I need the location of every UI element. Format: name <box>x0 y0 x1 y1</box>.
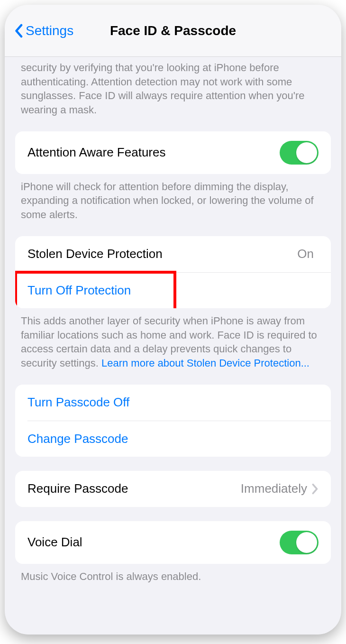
change-passcode-button[interactable]: Change Passcode <box>27 421 331 457</box>
voice-dial-label: Voice Dial <box>27 535 280 550</box>
require-passcode-section: Require Passcode Immediately <box>15 471 331 507</box>
voice-dial-footer: Music Voice Control is always enabled. <box>5 564 341 584</box>
page-title: Face ID & Passcode <box>110 23 236 38</box>
require-passcode-label: Require Passcode <box>27 481 241 496</box>
attention-aware-section: Attention Aware Features <box>15 131 331 174</box>
attention-aware-toggle[interactable] <box>280 141 319 165</box>
chevron-left-icon <box>14 24 23 38</box>
turn-passcode-off-button[interactable]: Turn Passcode Off <box>15 385 331 421</box>
stolen-device-label: Stolen Device Protection <box>27 247 297 261</box>
phone-frame: Settings Face ID & Passcode security by … <box>5 5 341 635</box>
voice-dial-row: Voice Dial <box>15 521 331 564</box>
turn-passcode-off-label: Turn Passcode Off <box>27 395 319 410</box>
turn-off-protection-label: Turn Off Protection <box>27 283 319 298</box>
learn-more-link[interactable]: Learn more about Stolen Device Protectio… <box>101 357 310 369</box>
stolen-device-row: Stolen Device Protection On <box>15 236 331 272</box>
attention-aware-footer: iPhone will check for attention before d… <box>5 174 341 236</box>
back-label: Settings <box>26 23 73 38</box>
stolen-device-value: On <box>297 247 314 261</box>
attention-aware-row: Attention Aware Features <box>15 131 331 174</box>
turn-off-protection-button[interactable]: Turn Off Protection <box>27 272 331 308</box>
content-area: security by verifying that you're lookin… <box>5 57 341 593</box>
require-passcode-row[interactable]: Require Passcode Immediately <box>15 471 331 507</box>
attention-intro-text: security by verifying that you're lookin… <box>5 57 341 131</box>
back-button[interactable]: Settings <box>14 23 73 38</box>
voice-dial-section: Voice Dial <box>15 521 331 564</box>
attention-aware-label: Attention Aware Features <box>27 145 280 160</box>
nav-bar: Settings Face ID & Passcode <box>5 5 341 57</box>
chevron-right-icon <box>312 483 319 495</box>
voice-dial-toggle[interactable] <box>280 531 319 554</box>
change-passcode-label: Change Passcode <box>27 432 319 446</box>
stolen-device-section: Stolen Device Protection On Turn Off Pro… <box>15 236 331 308</box>
require-passcode-value: Immediately <box>241 481 307 496</box>
stolen-device-footer: This adds another layer of security when… <box>5 308 341 385</box>
passcode-section: Turn Passcode Off Change Passcode <box>15 385 331 457</box>
